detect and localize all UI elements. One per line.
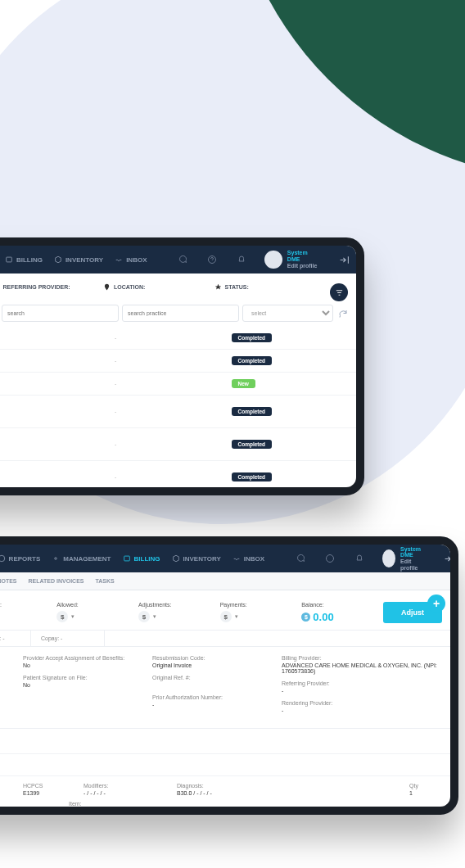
subtabs: S/ERA INSURANCE AUDIT NOTES RELATED INVO… — [0, 572, 450, 590]
device-orders: REPORTS MANAGEMENT BILLING INVENTORY INB… — [0, 237, 364, 495]
payments-cell[interactable]: Payments: $▾ — [220, 602, 287, 622]
table-row[interactable]: 06/04/202002:25 PM - - Completed — [0, 461, 356, 494]
user-block[interactable]: System DME Edit profile — [264, 250, 321, 269]
adjustments-cell[interactable]: Adjustments: $▾ — [138, 602, 205, 622]
nav-inventory[interactable]: INVENTORY — [172, 554, 221, 563]
table-row[interactable]: 06/08/202010:14 AM - - New — [0, 373, 356, 396]
svg-point-8 — [0, 555, 4, 562]
avatar — [264, 251, 282, 269]
add-button[interactable]: + — [427, 594, 445, 613]
inbox-icon — [232, 554, 241, 563]
nav-billing[interactable]: BILLING — [5, 255, 43, 264]
search-row: select — [0, 305, 356, 327]
bell-icon[interactable] — [237, 255, 246, 264]
refresh-icon[interactable] — [338, 309, 348, 319]
chat-icon[interactable] — [178, 255, 187, 264]
device-billing: PATIENTS ORDERS REPORTS MANAGEMENT BILLI… — [0, 536, 458, 815]
svg-rect-2 — [7, 257, 12, 262]
nav-inbox[interactable]: INBOX — [232, 554, 264, 563]
diagnosis-chip-row: toconjunctivitis due to adenovirus — [0, 729, 450, 754]
filter-icon — [335, 288, 344, 297]
chat-icon[interactable] — [296, 554, 305, 563]
nav-inbox[interactable]: INBOX — [115, 255, 147, 264]
table-body: 06/10/202012:37 PM - - Completed 06/08/2… — [0, 327, 356, 494]
col-status: STATUS: — [214, 283, 323, 291]
help-icon[interactable] — [207, 255, 217, 264]
star-icon — [214, 283, 222, 291]
nav-inventory[interactable]: INVENTORY — [54, 255, 103, 264]
chevron-down-icon: ▾ — [71, 613, 74, 620]
reports-icon — [0, 554, 6, 563]
status-badge: Completed — [232, 333, 273, 342]
logout-icon[interactable] — [339, 255, 350, 265]
status-badge: Completed — [232, 407, 273, 416]
billing-icon — [123, 554, 131, 563]
item-label: Item: — [69, 801, 174, 807]
money-bar: rge: $0.00 Sales Tax: $▾ Allowed: $▾ Adj… — [0, 590, 450, 631]
dollar-icon: $ — [220, 611, 232, 622]
balance-cell: Balance: $0.00 — [301, 602, 368, 623]
pin-icon — [103, 283, 111, 291]
status-badge: New — [232, 379, 255, 388]
tab-related[interactable]: RELATED INVOICES — [29, 578, 84, 584]
search-location[interactable] — [122, 305, 239, 322]
svg-point-9 — [55, 558, 57, 560]
filter-button[interactable] — [330, 283, 348, 301]
details-section: ure on File: s on File: Provider Accept … — [0, 647, 450, 729]
status-badge: Completed — [232, 356, 273, 365]
inbox-icon — [115, 255, 123, 264]
logout-icon[interactable] — [444, 554, 454, 564]
tab-tasks[interactable]: TASKS — [95, 578, 114, 584]
billing-icon — [5, 255, 13, 264]
dollar-icon: $ — [138, 611, 150, 622]
top-nav: REPORTS MANAGEMENT BILLING INVENTORY INB… — [0, 246, 356, 274]
table-row[interactable]: 06/08/202011:51 AM - - Completed — [0, 350, 356, 373]
col-referring: REFERRING PROVIDER: — [0, 283, 100, 291]
dollar-icon: $ — [301, 613, 310, 622]
nav-reports[interactable]: REPORTS — [0, 554, 40, 563]
table-header-row: CREATED: REFERRING PROVIDER: LOCATION: S… — [0, 274, 356, 305]
svg-rect-10 — [124, 556, 129, 561]
inventory-icon — [54, 255, 62, 264]
user-block[interactable]: System DME Edit profile — [382, 546, 426, 572]
line-columns: - 06/30/2020 POS 12 HCPCS E1399 Modifier… — [0, 776, 450, 798]
salestax-cell[interactable]: Sales Tax: $▾ — [0, 602, 42, 622]
col-location: LOCATION: — [103, 283, 211, 291]
status-badge: Completed — [232, 440, 273, 449]
item-name: Regression #1 Serialized and Lotted Item — [69, 807, 174, 812]
top-nav-2: PATIENTS ORDERS REPORTS MANAGEMENT BILLI… — [0, 545, 450, 572]
status-badge: Completed — [232, 472, 273, 481]
svg-point-11 — [327, 555, 334, 563]
help-icon[interactable] — [325, 554, 335, 563]
line-header-row: E 1: Multiple Price Options — [0, 754, 450, 776]
dollar-icon: $ — [56, 611, 68, 622]
chevron-down-icon: ▾ — [235, 613, 238, 620]
equipment-desc: dical equipment mi — [0, 801, 57, 812]
table-row[interactable]: 06/10/202012:37 PM - - Completed — [0, 327, 356, 350]
search-status[interactable]: select — [242, 305, 333, 322]
chevron-down-icon: ▾ — [153, 613, 156, 620]
bell-icon[interactable] — [354, 554, 364, 563]
allowed-cell[interactable]: Allowed: $▾ — [56, 602, 124, 622]
table-row[interactable]: 06/05/202011:45 AM - - Completed — [0, 396, 356, 428]
search-referring[interactable] — [2, 305, 119, 322]
inventory-icon — [172, 554, 180, 563]
copay-cell: Copay: - — [33, 631, 105, 646]
nav-billing[interactable]: BILLING — [123, 554, 160, 563]
nav-management[interactable]: MANAGEMENT — [52, 554, 111, 563]
tab-notes[interactable]: NOTES — [0, 578, 17, 584]
table-row[interactable]: 06/04/202002:26 PM - - Completed — [0, 428, 356, 461]
gear-icon — [52, 554, 60, 563]
coinsurance-cell: Coinsurance: - — [0, 631, 31, 646]
avatar — [382, 549, 395, 567]
subtotals-row: ctible - Coinsurance: - Copay: - — [0, 631, 450, 647]
